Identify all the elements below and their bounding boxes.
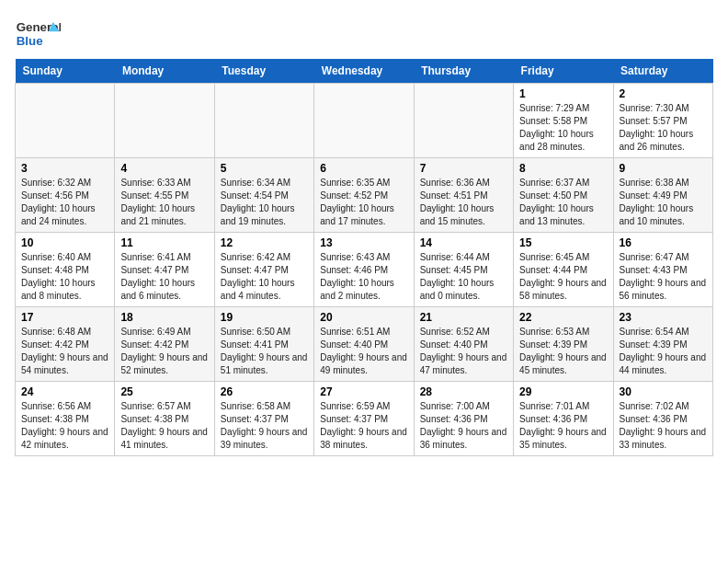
calendar-cell (414, 84, 513, 158)
calendar-cell: 11Sunrise: 6:41 AM Sunset: 4:47 PM Dayli… (115, 233, 214, 307)
day-number: 19 (221, 311, 308, 324)
header-friday: Friday (514, 59, 613, 84)
calendar-cell: 4Sunrise: 6:33 AM Sunset: 4:55 PM Daylig… (115, 158, 214, 233)
calendar-cell (314, 84, 414, 158)
calendar-cell: 24Sunrise: 6:56 AM Sunset: 4:38 PM Dayli… (16, 382, 115, 456)
day-info: Sunrise: 6:40 AM Sunset: 4:48 PM Dayligh… (21, 251, 108, 303)
day-info: Sunrise: 6:50 AM Sunset: 4:41 PM Dayligh… (221, 326, 308, 377)
day-info: Sunrise: 6:43 AM Sunset: 4:46 PM Dayligh… (320, 251, 407, 303)
day-number: 4 (120, 162, 208, 175)
day-info: Sunrise: 6:47 AM Sunset: 4:43 PM Dayligh… (620, 251, 707, 303)
calendar-cell: 13Sunrise: 6:43 AM Sunset: 4:46 PM Dayli… (314, 233, 414, 307)
logo-icon: General Blue (15, 15, 61, 52)
calendar-table: SundayMondayTuesdayWednesdayThursdayFrid… (15, 59, 713, 456)
calendar-cell: 5Sunrise: 6:34 AM Sunset: 4:54 PM Daylig… (214, 158, 313, 233)
day-info: Sunrise: 6:48 AM Sunset: 4:42 PM Dayligh… (21, 326, 108, 377)
header-tuesday: Tuesday (214, 59, 313, 84)
calendar-cell: 8Sunrise: 6:37 AM Sunset: 4:50 PM Daylig… (514, 158, 613, 233)
day-info: Sunrise: 6:41 AM Sunset: 4:47 PM Dayligh… (120, 251, 208, 303)
calendar-cell: 17Sunrise: 6:48 AM Sunset: 4:42 PM Dayli… (16, 307, 115, 382)
header-saturday: Saturday (613, 59, 712, 84)
calendar-header-row: SundayMondayTuesdayWednesdayThursdayFrid… (16, 59, 713, 84)
day-info: Sunrise: 6:52 AM Sunset: 4:40 PM Dayligh… (420, 326, 507, 377)
calendar-cell: 28Sunrise: 7:00 AM Sunset: 4:36 PM Dayli… (414, 382, 513, 456)
calendar-cell: 1Sunrise: 7:29 AM Sunset: 5:58 PM Daylig… (514, 84, 613, 158)
day-info: Sunrise: 6:45 AM Sunset: 4:44 PM Dayligh… (519, 251, 607, 303)
calendar-cell: 3Sunrise: 6:32 AM Sunset: 4:56 PM Daylig… (16, 158, 115, 233)
day-info: Sunrise: 6:57 AM Sunset: 4:38 PM Dayligh… (120, 400, 208, 452)
day-info: Sunrise: 6:35 AM Sunset: 4:52 PM Dayligh… (320, 177, 407, 228)
day-number: 13 (320, 236, 407, 249)
day-info: Sunrise: 6:44 AM Sunset: 4:45 PM Dayligh… (420, 251, 507, 303)
week-row-4: 17Sunrise: 6:48 AM Sunset: 4:42 PM Dayli… (16, 307, 713, 382)
calendar-cell: 20Sunrise: 6:51 AM Sunset: 4:40 PM Dayli… (314, 307, 414, 382)
header-wednesday: Wednesday (314, 59, 414, 84)
week-row-2: 3Sunrise: 6:32 AM Sunset: 4:56 PM Daylig… (16, 158, 713, 233)
week-row-5: 24Sunrise: 6:56 AM Sunset: 4:38 PM Dayli… (16, 382, 713, 456)
header-monday: Monday (115, 59, 214, 84)
day-number: 27 (320, 385, 407, 398)
day-number: 23 (620, 311, 707, 324)
calendar-cell: 25Sunrise: 6:57 AM Sunset: 4:38 PM Dayli… (115, 382, 214, 456)
week-row-3: 10Sunrise: 6:40 AM Sunset: 4:48 PM Dayli… (16, 233, 713, 307)
header-sunday: Sunday (16, 59, 115, 84)
day-info: Sunrise: 6:34 AM Sunset: 4:54 PM Dayligh… (221, 177, 308, 228)
calendar-cell: 14Sunrise: 6:44 AM Sunset: 4:45 PM Dayli… (414, 233, 513, 307)
day-number: 6 (320, 162, 407, 175)
day-number: 12 (221, 236, 308, 249)
day-info: Sunrise: 6:36 AM Sunset: 4:51 PM Dayligh… (420, 177, 507, 228)
calendar-cell: 2Sunrise: 7:30 AM Sunset: 5:57 PM Daylig… (613, 84, 712, 158)
day-number: 26 (221, 385, 308, 398)
calendar-cell: 9Sunrise: 6:38 AM Sunset: 4:49 PM Daylig… (613, 158, 712, 233)
calendar-cell (214, 84, 313, 158)
calendar-cell: 18Sunrise: 6:49 AM Sunset: 4:42 PM Dayli… (115, 307, 214, 382)
day-number: 3 (21, 162, 108, 175)
day-info: Sunrise: 7:01 AM Sunset: 4:36 PM Dayligh… (519, 400, 607, 452)
day-number: 9 (620, 162, 707, 175)
calendar-cell: 29Sunrise: 7:01 AM Sunset: 4:36 PM Dayli… (514, 382, 613, 456)
day-number: 22 (519, 311, 607, 324)
calendar-cell: 10Sunrise: 6:40 AM Sunset: 4:48 PM Dayli… (16, 233, 115, 307)
day-info: Sunrise: 7:30 AM Sunset: 5:57 PM Dayligh… (620, 102, 707, 154)
day-number: 17 (21, 311, 108, 324)
day-info: Sunrise: 6:59 AM Sunset: 4:37 PM Dayligh… (320, 400, 407, 452)
day-number: 14 (420, 236, 507, 249)
svg-text:Blue: Blue (17, 34, 43, 48)
day-info: Sunrise: 6:32 AM Sunset: 4:56 PM Dayligh… (21, 177, 108, 228)
day-info: Sunrise: 6:42 AM Sunset: 4:47 PM Dayligh… (221, 251, 308, 303)
calendar-cell: 12Sunrise: 6:42 AM Sunset: 4:47 PM Dayli… (214, 233, 313, 307)
day-number: 21 (420, 311, 507, 324)
day-number: 8 (519, 162, 607, 175)
day-number: 30 (620, 385, 707, 398)
day-number: 25 (120, 385, 208, 398)
logo: General Blue (15, 15, 61, 52)
calendar-cell: 26Sunrise: 6:58 AM Sunset: 4:37 PM Dayli… (214, 382, 313, 456)
header-thursday: Thursday (414, 59, 513, 84)
calendar-cell (115, 84, 214, 158)
day-number: 24 (21, 385, 108, 398)
day-number: 16 (620, 236, 707, 249)
calendar-cell: 30Sunrise: 7:02 AM Sunset: 4:36 PM Dayli… (613, 382, 712, 456)
day-number: 7 (420, 162, 507, 175)
day-number: 29 (519, 385, 607, 398)
day-number: 5 (221, 162, 308, 175)
day-number: 1 (519, 87, 607, 100)
day-info: Sunrise: 6:54 AM Sunset: 4:39 PM Dayligh… (620, 326, 707, 377)
calendar-cell: 23Sunrise: 6:54 AM Sunset: 4:39 PM Dayli… (613, 307, 712, 382)
calendar-cell: 21Sunrise: 6:52 AM Sunset: 4:40 PM Dayli… (414, 307, 513, 382)
day-info: Sunrise: 6:53 AM Sunset: 4:39 PM Dayligh… (519, 326, 607, 377)
day-info: Sunrise: 7:29 AM Sunset: 5:58 PM Dayligh… (519, 102, 607, 154)
day-info: Sunrise: 6:51 AM Sunset: 4:40 PM Dayligh… (320, 326, 407, 377)
day-number: 2 (620, 87, 707, 100)
day-number: 15 (519, 236, 607, 249)
day-number: 28 (420, 385, 507, 398)
day-number: 10 (21, 236, 108, 249)
day-info: Sunrise: 6:33 AM Sunset: 4:55 PM Dayligh… (120, 177, 208, 228)
calendar-cell: 6Sunrise: 6:35 AM Sunset: 4:52 PM Daylig… (314, 158, 414, 233)
week-row-1: 1Sunrise: 7:29 AM Sunset: 5:58 PM Daylig… (16, 84, 713, 158)
day-info: Sunrise: 6:49 AM Sunset: 4:42 PM Dayligh… (120, 326, 208, 377)
calendar-cell: 19Sunrise: 6:50 AM Sunset: 4:41 PM Dayli… (214, 307, 313, 382)
day-number: 20 (320, 311, 407, 324)
day-number: 11 (120, 236, 208, 249)
day-info: Sunrise: 7:02 AM Sunset: 4:36 PM Dayligh… (620, 400, 707, 452)
